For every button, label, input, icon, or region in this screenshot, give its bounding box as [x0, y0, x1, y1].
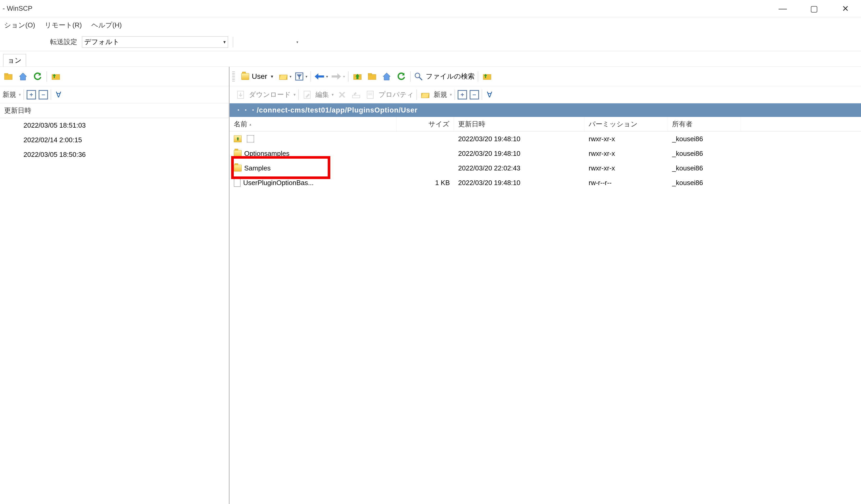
- col-date-label[interactable]: 更新日時: [458, 120, 485, 129]
- chevron-down-icon: ▾: [326, 74, 328, 79]
- delete-icon: [336, 89, 348, 100]
- parent-folder-icon: [234, 135, 242, 142]
- list-item[interactable]: 2022/03/05 18:51:03: [0, 118, 229, 133]
- list-item[interactable]: Samples2022/03/20 22:02:43rwxr-xr-x_kous…: [230, 161, 861, 175]
- edit-icon: [301, 89, 313, 100]
- new-label[interactable]: 新規: [3, 90, 16, 99]
- deselect-all-button[interactable]: [470, 90, 479, 99]
- home-icon[interactable]: [17, 71, 29, 82]
- list-item[interactable]: Optionsamples2022/03/20 19:48:10rwxr-xr-…: [230, 146, 861, 161]
- list-item[interactable]: 2022/03/05 18:50:36: [0, 147, 229, 162]
- chevron-down-icon: ▾: [343, 74, 345, 79]
- session-tab-row: ョン: [0, 51, 861, 67]
- chevron-down-icon: ▾: [305, 74, 308, 79]
- edit-label: 編集: [315, 90, 329, 99]
- menu-option[interactable]: ション(O): [3, 19, 37, 31]
- find-files-button[interactable]: ファイルの検索: [414, 72, 475, 81]
- svg-rect-3: [52, 74, 60, 80]
- toolbar-divider: [233, 37, 233, 47]
- toolbar-divider: [348, 71, 348, 82]
- remote-file-toolbar: ダウンロード ▾ 編集 ▾ プロパティ 新規 ▾ ∀: [230, 86, 861, 103]
- properties-label: プロパティ: [379, 90, 414, 99]
- file-owner: _kousei86: [672, 179, 703, 187]
- toolbar-divider: [46, 71, 47, 82]
- local-panel: 新規 ▾ ∀ 更新日時 2022/03/05 18:51:032022/02/1…: [0, 67, 230, 504]
- file-perm: rwxr-xr-x: [589, 135, 615, 143]
- up-folder-icon[interactable]: [352, 71, 363, 82]
- parent-folder-icon[interactable]: [50, 71, 62, 82]
- svg-rect-11: [483, 74, 491, 80]
- properties-icon: [365, 89, 376, 100]
- toolbar-divider: [311, 71, 311, 82]
- list-item[interactable]: UserPluginOptionBas...1 KB2022/03/20 19:…: [230, 175, 861, 190]
- col-date-label[interactable]: 更新日時: [4, 106, 31, 115]
- session-tab[interactable]: ョン: [3, 54, 26, 67]
- chevron-down-icon: ▾: [296, 40, 298, 44]
- remote-folder-dropdown[interactable]: User ▾: [239, 71, 275, 81]
- window-title: - WinSCP: [3, 4, 767, 13]
- file-icon: [234, 178, 241, 187]
- toolbar-grip: [232, 71, 235, 81]
- filter-button[interactable]: ▾: [295, 72, 308, 81]
- local-file-toolbar: 新規 ▾ ∀: [0, 86, 229, 103]
- find-files-label: ファイルの検索: [426, 72, 475, 81]
- list-item[interactable]: 2022/02/14 2:00:15: [0, 133, 229, 147]
- col-perm-label[interactable]: パーミッション: [589, 120, 638, 129]
- toolbar-divider: [482, 90, 482, 100]
- select-all-button[interactable]: [457, 90, 467, 99]
- deselect-all-button[interactable]: [39, 90, 48, 99]
- svg-rect-2: [4, 73, 8, 75]
- sort-asc-icon: ▴: [249, 122, 251, 126]
- root-folder-icon[interactable]: [366, 71, 378, 82]
- toolbar-divider: [24, 90, 24, 100]
- refresh-icon[interactable]: [396, 71, 407, 82]
- svg-line-10: [419, 77, 422, 80]
- maximize-button[interactable]: ▢: [798, 0, 830, 17]
- transfer-preset-dropdown[interactable]: デフォルト ▾: [82, 36, 228, 48]
- invert-selection-button[interactable]: ∀: [54, 90, 63, 99]
- close-button[interactable]: ✕: [830, 0, 861, 17]
- local-list-body[interactable]: 2022/03/05 18:51:032022/02/14 2:00:15202…: [0, 118, 229, 504]
- invert-selection-button[interactable]: ∀: [485, 90, 494, 99]
- chevron-down-icon: ▾: [332, 92, 334, 97]
- menu-help[interactable]: ヘルプ(H): [90, 19, 123, 31]
- sync-button[interactable]: ▾: [295, 38, 298, 45]
- open-folder-button[interactable]: ▾: [279, 72, 291, 81]
- file-date: 2022/03/20 19:48:10: [458, 135, 520, 143]
- new-label[interactable]: 新規: [434, 90, 447, 99]
- file-perm: rw-r--r--: [589, 179, 612, 187]
- select-all-button[interactable]: [27, 90, 36, 99]
- menu-bar: ション(O) リモート(R) ヘルプ(H): [0, 17, 861, 33]
- col-size-label[interactable]: サイズ: [428, 120, 450, 129]
- col-owner-label[interactable]: 所有者: [672, 120, 693, 129]
- toolbar-divider: [454, 90, 455, 100]
- remote-list-header: 名前▴ サイズ 更新日時 パーミッション 所有者: [230, 117, 861, 132]
- toolbar-divider: [478, 71, 478, 82]
- download-icon: [235, 89, 246, 100]
- remote-location-toolbar: User ▾ ▾ ▾ ▾ ▾ ファイルの検索: [230, 67, 861, 86]
- home-icon[interactable]: [381, 71, 393, 82]
- sync-browse-icon[interactable]: [481, 71, 493, 82]
- chevron-down-icon: ▾: [450, 92, 452, 97]
- menu-remote[interactable]: リモート(R): [43, 19, 83, 31]
- refresh-icon[interactable]: [32, 71, 43, 82]
- list-item[interactable]: 2022/03/20 19:48:10rwxr-xr-x_kousei86: [230, 132, 861, 146]
- remote-panel: User ▾ ▾ ▾ ▾ ▾ ファイルの検索 ダウンロード: [230, 67, 861, 504]
- file-perm: rwxr-xr-x: [589, 150, 615, 158]
- chevron-down-icon: ▾: [290, 74, 291, 79]
- toolbar-divider: [51, 90, 51, 100]
- back-button[interactable]: ▾: [314, 73, 328, 80]
- open-folder-icon[interactable]: [3, 71, 14, 82]
- remote-folder-name: User: [252, 72, 267, 81]
- remote-path-bar: ・・・/connect-cms/test01/app/PluginsOption…: [230, 103, 861, 117]
- chevron-down-icon: ▾: [271, 73, 273, 79]
- forward-button[interactable]: ▾: [331, 73, 345, 80]
- file-date: 2022/03/20 19:48:10: [458, 179, 520, 187]
- minimize-button[interactable]: —: [767, 0, 798, 17]
- remote-list-body[interactable]: 2022/03/20 19:48:10rwxr-xr-x_kousei86Opt…: [230, 132, 861, 504]
- folder-icon: [234, 165, 242, 172]
- local-location-toolbar: [0, 67, 229, 86]
- file-date: 2022/03/20 22:02:43: [458, 164, 520, 172]
- new-folder-icon[interactable]: [420, 89, 431, 100]
- col-name-label[interactable]: 名前: [234, 120, 247, 129]
